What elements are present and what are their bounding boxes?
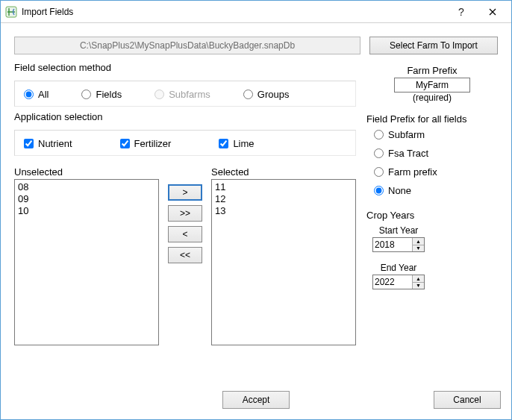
- unselected-listbox[interactable]: 080910: [14, 179, 159, 345]
- radio-all-label: All: [38, 89, 49, 100]
- titlebar-buttons: ?: [446, 1, 508, 22]
- cancel-button[interactable]: Cancel: [434, 391, 501, 409]
- field-prefix-label: Field Prefix for all fields: [366, 113, 498, 125]
- file-path-display: C:\SnapPlus2\MySnapPlusData\BuckyBadger.…: [14, 37, 360, 54]
- dialog-footer: Accept Cancel: [1, 385, 511, 419]
- end-year-up[interactable]: ▲: [413, 275, 424, 282]
- help-button[interactable]: ?: [446, 1, 477, 22]
- move-right-all-button[interactable]: >>: [168, 205, 202, 222]
- radio-fsatract[interactable]: Fsa Tract: [374, 148, 498, 159]
- check-nutrient-label: Nutrient: [38, 138, 72, 149]
- end-year-block: End Year ▲ ▼: [372, 263, 425, 289]
- radio-all[interactable]: All: [24, 89, 49, 100]
- check-lime-input[interactable]: [219, 139, 228, 148]
- check-nutrient-input[interactable]: [24, 139, 34, 148]
- list-item[interactable]: 09: [18, 193, 155, 205]
- move-left-button[interactable]: <: [168, 226, 202, 242]
- radio-all-input[interactable]: [24, 90, 34, 99]
- selected-label: Selected: [211, 166, 356, 178]
- crop-years-label: Crop Years: [366, 210, 498, 221]
- right-column: Farm Prefix (required) Field Prefix for …: [366, 62, 498, 377]
- check-fertilizer-input[interactable]: [120, 139, 130, 148]
- app-selection-group: Nutrient Fertilizer Lime: [14, 130, 356, 156]
- start-year-block: Start Year ▲ ▼: [372, 225, 425, 252]
- end-year-spinbox[interactable]: ▲ ▼: [372, 275, 425, 289]
- radio-farmprefix[interactable]: Farm prefix: [374, 166, 498, 178]
- unselected-label: Unselected: [14, 166, 159, 178]
- titlebar: Import Fields ?: [1, 1, 511, 23]
- app-selection-label: Application selection: [14, 111, 356, 122]
- dialog-title: Import Fields: [22, 7, 73, 17]
- end-year-label: End Year: [381, 263, 417, 273]
- radio-groups-label: Groups: [257, 89, 290, 100]
- check-nutrient[interactable]: Nutrient: [24, 138, 72, 149]
- radio-fsatract-input[interactable]: [374, 148, 384, 158]
- titlebar-left: Import Fields: [5, 6, 73, 18]
- radio-fields-input[interactable]: [81, 90, 91, 99]
- start-year-label: Start Year: [379, 225, 419, 236]
- left-column: Field selection method All Fields Subfar…: [14, 62, 356, 377]
- select-farm-button[interactable]: Select Farm To Import: [369, 37, 498, 54]
- end-year-input[interactable]: [373, 275, 412, 289]
- radio-none-label: None: [388, 185, 411, 196]
- check-lime[interactable]: Lime: [219, 138, 254, 149]
- radio-farmprefix-label: Farm prefix: [388, 166, 437, 178]
- start-year-spin-buttons: ▲ ▼: [412, 238, 424, 251]
- farm-prefix-required: (required): [366, 93, 498, 103]
- accept-button[interactable]: Accept: [222, 391, 290, 409]
- radio-groups-input[interactable]: [243, 90, 253, 99]
- radio-none[interactable]: None: [374, 185, 498, 196]
- field-prefix-block: Field Prefix for all fields Subfarm Fsa …: [366, 110, 498, 199]
- start-year-spinbox[interactable]: ▲ ▼: [372, 237, 425, 252]
- start-year-input[interactable]: [373, 238, 412, 251]
- app-icon: [5, 6, 17, 18]
- top-row: C:\SnapPlus2\MySnapPlusData\BuckyBadger.…: [14, 37, 498, 54]
- field-selection-group: All Fields Subfarms Groups: [14, 81, 356, 107]
- check-fertilizer-label: Fertilizer: [134, 138, 172, 149]
- radio-none-input[interactable]: [374, 186, 384, 195]
- list-item[interactable]: 13: [215, 205, 352, 217]
- radio-fsatract-label: Fsa Tract: [388, 148, 428, 159]
- close-button[interactable]: [477, 1, 508, 22]
- radio-fields-label: Fields: [96, 89, 122, 100]
- main-columns: Field selection method All Fields Subfar…: [14, 62, 498, 377]
- radio-groups[interactable]: Groups: [243, 89, 290, 100]
- move-left-all-button[interactable]: <<: [168, 247, 202, 263]
- radio-subfarm-prefix[interactable]: Subfarm: [374, 129, 498, 140]
- dialog-window: Import Fields ? C:\SnapPlus2\MySnapPlusD…: [0, 0, 512, 420]
- field-selection-label: Field selection method: [14, 62, 356, 73]
- radio-subfarms: Subfarms: [154, 89, 210, 100]
- move-right-button[interactable]: >: [168, 184, 202, 201]
- farm-prefix-block: Farm Prefix (required): [366, 62, 498, 103]
- unselected-column: Unselected 080910: [14, 166, 159, 345]
- farm-prefix-label: Farm Prefix: [366, 65, 498, 76]
- start-year-up[interactable]: ▲: [413, 238, 424, 245]
- year-inputs: Start Year ▲ ▼: [366, 225, 498, 252]
- start-year-down[interactable]: ▼: [413, 245, 424, 252]
- close-icon: [489, 8, 496, 16]
- check-fertilizer[interactable]: Fertilizer: [120, 138, 172, 149]
- selected-column: Selected 111213: [211, 166, 356, 345]
- radio-fields[interactable]: Fields: [81, 89, 122, 100]
- dialog-content: C:\SnapPlus2\MySnapPlusData\BuckyBadger.…: [1, 23, 511, 385]
- selected-listbox[interactable]: 111213: [211, 179, 356, 345]
- list-item[interactable]: 08: [18, 181, 155, 193]
- radio-subfarm-prefix-input[interactable]: [374, 130, 384, 140]
- mover-buttons: > >> < <<: [166, 166, 204, 345]
- radio-subfarms-input: [154, 90, 164, 99]
- field-prefix-radios: Subfarm Fsa Tract Farm prefix None: [366, 126, 498, 199]
- crop-years-block: Crop Years Start Year ▲ ▼: [366, 207, 498, 289]
- radio-farmprefix-input[interactable]: [374, 167, 384, 177]
- list-item[interactable]: 11: [215, 181, 352, 193]
- farm-prefix-input[interactable]: [394, 78, 470, 93]
- dual-list: Unselected 080910 > >> < << Selected 111…: [14, 166, 356, 345]
- end-year-spin-buttons: ▲ ▼: [412, 275, 424, 289]
- radio-subfarms-label: Subfarms: [169, 89, 210, 100]
- radio-subfarm-prefix-label: Subfarm: [388, 129, 425, 140]
- list-item[interactable]: 12: [215, 193, 352, 205]
- check-lime-label: Lime: [233, 138, 254, 149]
- year-inputs-end: End Year ▲ ▼: [366, 263, 498, 289]
- end-year-down[interactable]: ▼: [413, 282, 424, 289]
- list-item[interactable]: 10: [18, 205, 155, 217]
